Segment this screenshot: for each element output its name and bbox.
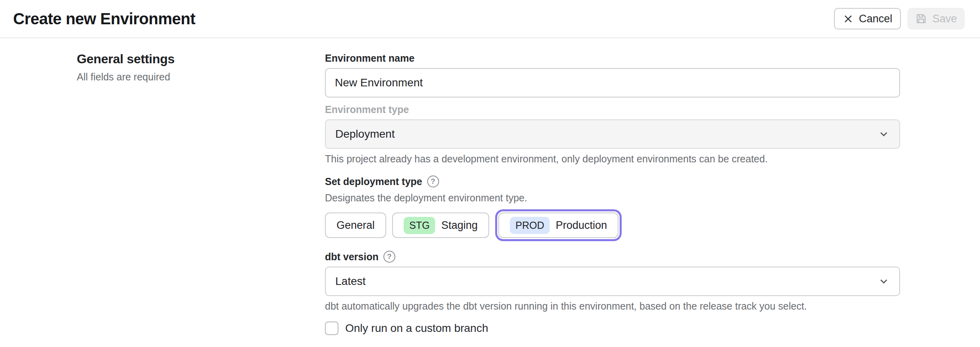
environment-type-value: Deployment: [335, 128, 395, 140]
page-title: Create new Environment: [13, 10, 195, 28]
environment-type-helper: This project already has a development e…: [325, 153, 900, 165]
floppy-disk-icon: [915, 13, 927, 25]
chevron-down-icon: [878, 128, 890, 140]
question-circle-icon[interactable]: ?: [383, 251, 395, 263]
deployment-type-options: General STG Staging PROD Production: [325, 212, 900, 238]
deployment-type-staging-label: Staging: [441, 219, 478, 232]
dbt-version-header: dbt version ?: [325, 250, 900, 263]
header-actions: Cancel Save: [834, 8, 964, 29]
dbt-version-label: dbt version: [325, 250, 379, 263]
production-badge: PROD: [510, 217, 550, 234]
dbt-version-select[interactable]: Latest: [325, 267, 900, 296]
save-button[interactable]: Save: [908, 8, 964, 29]
deployment-type-staging-button[interactable]: STG Staging: [392, 212, 489, 238]
environment-type-select[interactable]: Deployment: [325, 119, 900, 149]
deployment-type-header: Set deployment type ?: [325, 175, 900, 188]
save-button-label: Save: [932, 13, 957, 25]
section-heading: General settings: [77, 52, 299, 66]
environment-name-input[interactable]: [325, 68, 900, 97]
section-subheading: All fields are required: [77, 71, 299, 83]
deployment-type-production-label: Production: [556, 219, 607, 232]
x-icon: [843, 14, 854, 24]
deployment-type-label: Set deployment type: [325, 175, 422, 188]
cancel-button-label: Cancel: [859, 13, 892, 25]
page-header: Create new Environment Cancel Save: [0, 0, 980, 38]
chevron-down-icon: [878, 275, 890, 287]
cancel-button[interactable]: Cancel: [834, 8, 901, 29]
deployment-type-general-label: General: [336, 219, 375, 232]
environment-form: Environment name Environment type Deploy…: [325, 52, 900, 335]
environment-type-label: Environment type: [325, 103, 900, 116]
dbt-version-helper: dbt automatically upgrades the dbt versi…: [325, 300, 900, 312]
dbt-version-value: Latest: [335, 275, 366, 288]
staging-badge: STG: [404, 217, 435, 234]
custom-branch-checkbox[interactable]: [325, 322, 338, 335]
environment-name-label: Environment name: [325, 52, 900, 64]
custom-branch-row: Only run on a custom branch: [325, 322, 900, 335]
question-circle-icon[interactable]: ?: [427, 175, 439, 187]
settings-section-intro: General settings All fields are required: [77, 52, 299, 83]
deployment-type-production-button[interactable]: PROD Production: [498, 212, 618, 238]
custom-branch-label: Only run on a custom branch: [345, 322, 488, 335]
create-environment-page: Create new Environment Cancel Save Gener…: [0, 0, 980, 347]
deployment-type-description: Designates the deployment environment ty…: [325, 192, 900, 204]
deployment-type-general-button[interactable]: General: [325, 212, 386, 238]
